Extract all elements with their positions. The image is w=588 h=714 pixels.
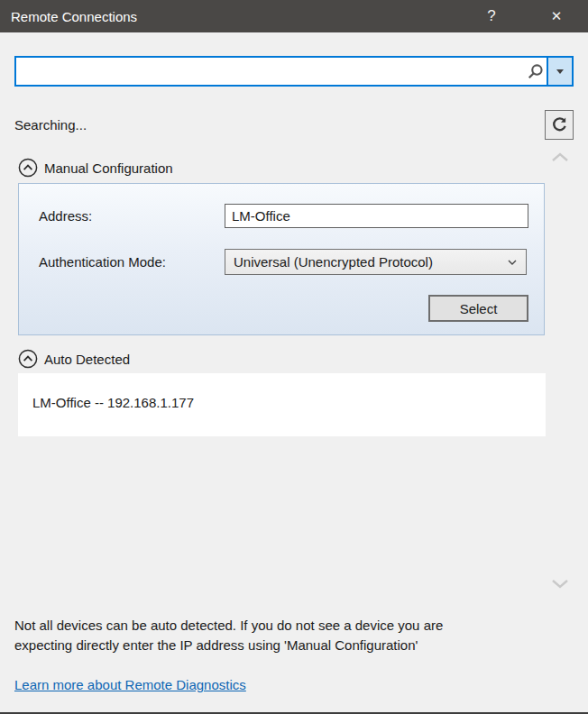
manual-configuration-panel: Address: Authentication Mode: Universal … [18, 183, 545, 335]
authentication-mode-select[interactable]: Universal (Unencrypted Protocol) [225, 249, 527, 275]
collapse-chevron-icon [18, 158, 38, 178]
device-list-item[interactable]: LM-Office -- 192.168.1.177 [18, 373, 546, 410]
search-icon[interactable] [523, 58, 547, 85]
select-button-label: Select [460, 301, 498, 316]
close-icon: ✕ [551, 8, 563, 24]
remote-connections-dialog: Remote Connections ? ✕ Searching... [0, 0, 588, 714]
auto-detected-expander[interactable]: Auto Detected [18, 349, 130, 369]
help-icon: ? [487, 7, 495, 25]
search-dropdown-button[interactable] [548, 58, 572, 85]
select-button[interactable]: Select [428, 295, 528, 322]
authentication-mode-label: Authentication Mode: [39, 254, 166, 270]
collapse-chevron-icon [18, 349, 38, 369]
authentication-mode-value: Universal (Unencrypted Protocol) [234, 254, 507, 270]
scroll-down-icon[interactable] [551, 579, 569, 589]
searching-status: Searching... [14, 117, 87, 133]
search-box [14, 56, 574, 87]
dropdown-arrow-icon [556, 69, 564, 74]
refresh-icon [551, 116, 568, 133]
address-field[interactable] [225, 204, 528, 228]
search-input[interactable] [16, 58, 523, 85]
scroll-up-icon[interactable] [551, 152, 569, 162]
window-title: Remote Connections [11, 9, 137, 24]
note-line-1: Not all devices can be auto detected. If… [14, 616, 577, 636]
auto-detect-note: Not all devices can be auto detected. If… [14, 616, 577, 655]
auto-detected-label: Auto Detected [44, 352, 130, 367]
learn-more-link[interactable]: Learn more about Remote Diagnostics [14, 677, 246, 692]
help-button[interactable]: ? [471, 0, 512, 32]
device-list: LM-Office -- 192.168.1.177 [18, 373, 546, 436]
title-bar: Remote Connections ? ✕ [0, 0, 588, 32]
combo-chevron-down-icon [507, 259, 518, 266]
manual-configuration-label: Manual Configuration [44, 160, 173, 176]
address-label: Address: [39, 208, 92, 224]
note-line-2: expecting directly enter the IP address … [14, 636, 577, 655]
magnifier-glyph [527, 63, 544, 80]
close-button[interactable]: ✕ [536, 0, 577, 32]
manual-configuration-expander[interactable]: Manual Configuration [18, 158, 173, 178]
refresh-button[interactable] [545, 110, 574, 140]
